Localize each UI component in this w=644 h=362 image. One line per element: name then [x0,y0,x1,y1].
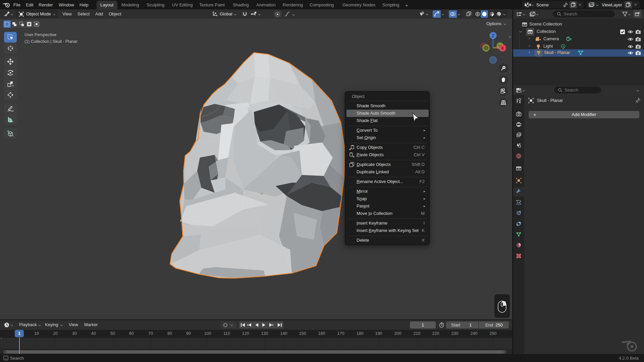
svg-text:X: X [501,46,504,51]
svg-text:Z: Z [492,34,494,38]
